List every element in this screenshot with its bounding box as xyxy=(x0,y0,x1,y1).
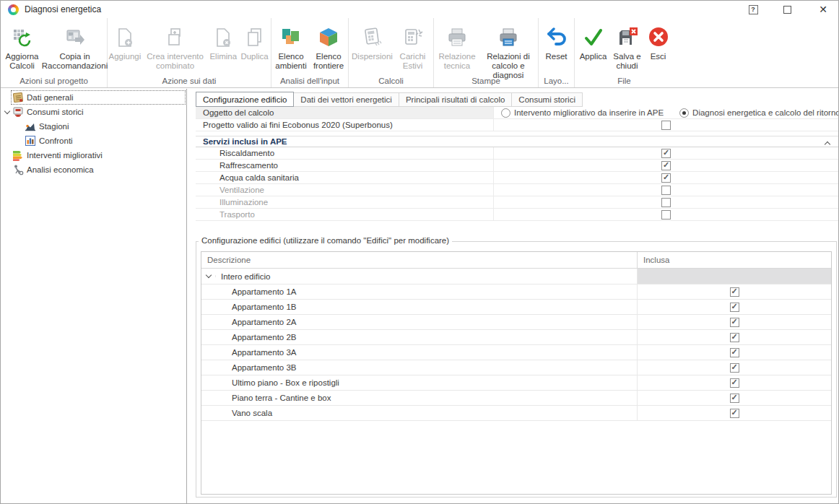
help-icon: ? xyxy=(749,5,758,14)
inclusa-checkbox[interactable] xyxy=(730,318,739,327)
sidebar-item-interventi-migliorativi[interactable]: Interventi migliorativi xyxy=(1,148,186,162)
titlebar: Diagnosi energetica ? ✕ xyxy=(1,1,838,18)
row-label: Riscaldamento xyxy=(196,147,494,159)
help-button[interactable]: ? xyxy=(746,1,760,18)
row-oggetto-del-calcolo: Oggetto del calcolo Intervento migliorat… xyxy=(196,107,838,119)
ventilazione-checkbox[interactable] xyxy=(661,186,671,195)
servizi-section-header[interactable]: Servizi inclusi in APE xyxy=(196,136,838,147)
table-row[interactable]: Appartamento 1A xyxy=(201,284,831,300)
inclusa-checkbox[interactable] xyxy=(730,287,739,297)
salva-e-chiudi-button[interactable]: Salva e chiudi xyxy=(611,22,644,71)
page-duplicate-icon xyxy=(243,23,266,52)
ribbon-group-analisi-input: Elenco ambienti Elenco frontiere Analisi… xyxy=(271,18,349,87)
column-header-inclusa[interactable]: Inclusa xyxy=(638,252,831,268)
row-label: Acqua calda sanitaria xyxy=(196,172,494,183)
inclusa-checkbox[interactable] xyxy=(730,363,739,373)
ribbon-group-label: Layo... xyxy=(539,77,574,85)
row-label: Raffrescamento xyxy=(196,160,494,171)
raffrescamento-checkbox[interactable] xyxy=(661,161,671,170)
cube-icon xyxy=(317,23,340,52)
ribbon-group-label: Calcoli xyxy=(349,77,433,85)
ecobonus-checkbox[interactable] xyxy=(661,121,671,130)
tree-expander-icon[interactable] xyxy=(2,111,12,113)
root-inclusa-cell xyxy=(638,269,831,284)
esci-button[interactable]: Esci xyxy=(644,22,673,61)
table-row[interactable]: Ultimo piano - Box e ripostigli xyxy=(201,375,831,391)
main-panel: Configurazione edificio Dati dei vettori… xyxy=(193,89,838,503)
inclusa-checkbox[interactable] xyxy=(730,333,739,342)
sidebar-item-stagioni[interactable]: Stagioni xyxy=(1,119,186,134)
close-button[interactable]: ✕ xyxy=(815,1,831,18)
table-row[interactable]: Appartamento 1B xyxy=(201,300,831,315)
ribbon-group-layout: Reset Layo... xyxy=(539,18,575,87)
refresh-grid-icon xyxy=(11,23,34,52)
illuminazione-checkbox[interactable] xyxy=(661,198,671,207)
copy-arrow-icon xyxy=(64,23,87,52)
row-label: Illuminazione xyxy=(196,196,494,208)
crea-intervento-combinato-button[interactable]: Crea intervento combinato xyxy=(142,22,209,71)
dispersioni-button[interactable]: Dispersioni xyxy=(351,22,394,61)
bar-chart-icon xyxy=(25,135,36,147)
save-close-icon xyxy=(616,23,639,52)
elenco-frontiere-button[interactable]: Elenco frontiere xyxy=(310,22,347,71)
trasporto-checkbox[interactable] xyxy=(661,210,671,220)
tab-consumi-storici[interactable]: Consumi storici xyxy=(512,92,583,107)
inclusa-checkbox[interactable] xyxy=(730,303,739,312)
radio-icon[interactable] xyxy=(501,108,510,118)
table-row[interactable]: Appartamento 2B xyxy=(201,330,831,345)
relazione-tecnica-button[interactable]: Relazione tecnica xyxy=(435,22,479,71)
page-add-icon xyxy=(113,23,136,52)
sidebar-item-confronti[interactable]: Confronti xyxy=(1,134,186,148)
calculator-sun-icon xyxy=(401,23,425,52)
table-header: Descrizione Inclusa xyxy=(201,252,831,269)
reset-button[interactable]: Reset xyxy=(540,22,573,61)
property-grid: Oggetto del calcolo Intervento migliorat… xyxy=(196,107,838,221)
relazioni-calcolo-diagnosi-button[interactable]: Relazioni di calcolo e diagnosi xyxy=(479,22,537,80)
table-row[interactable]: Vano scala xyxy=(201,406,831,421)
sidebar-item-consumi-storici[interactable]: Consumi storici xyxy=(1,105,186,119)
row-label: Progetto valido ai fini Ecobonus 2020 (S… xyxy=(196,119,494,131)
inclusa-checkbox[interactable] xyxy=(730,409,739,418)
copia-in-raccomandazioni-button[interactable]: Copia in Raccomandazioni xyxy=(43,22,107,71)
table-row-intero-edificio[interactable]: Intero edificio xyxy=(201,269,831,284)
tab-principali-risultati[interactable]: Principali risultati di calcolo xyxy=(399,92,512,107)
carichi-estivi-button[interactable]: Carichi Estivi xyxy=(394,22,432,71)
configurazione-edifici-groupbox: Configurazione edifici (utilizzare il co… xyxy=(196,241,837,498)
table-row[interactable]: Appartamento 3A xyxy=(201,345,831,360)
radio-diagnosi-energetica[interactable]: Diagnosi energetica e calcolo del ritorn… xyxy=(679,108,838,118)
row-label: Trasporto xyxy=(196,209,494,220)
tab-dati-vettori-energetici[interactable]: Dati dei vettori energetici xyxy=(294,92,399,107)
sidebar-item-analisi-economica[interactable]: Analisi economica xyxy=(1,162,186,177)
tab-configurazione-edificio[interactable]: Configurazione edificio xyxy=(196,92,294,107)
radio-icon[interactable] xyxy=(679,108,689,118)
inclusa-checkbox[interactable] xyxy=(730,378,739,388)
elimina-button[interactable]: Elimina xyxy=(208,22,238,61)
aggiungi-button[interactable]: Aggiungi xyxy=(108,22,142,61)
aggiorna-calcoli-button[interactable]: Aggiorna Calcoli xyxy=(1,22,43,71)
acqua-calda-checkbox[interactable] xyxy=(661,173,671,183)
inclusa-checkbox[interactable] xyxy=(730,348,739,357)
row-illuminazione: Illuminazione xyxy=(196,196,838,209)
row-ecobonus: Progetto valido ai fini Ecobonus 2020 (S… xyxy=(196,119,838,131)
applica-button[interactable]: Applica xyxy=(576,22,611,61)
elenco-ambienti-button[interactable]: Elenco ambienti xyxy=(272,22,310,71)
inclusa-checkbox[interactable] xyxy=(730,394,739,403)
line-chart-icon xyxy=(25,121,36,132)
sidebar-item-dati-generali[interactable]: Dati generali xyxy=(1,90,186,105)
column-header-descrizione[interactable]: Descrizione xyxy=(201,252,638,268)
riscaldamento-checkbox[interactable] xyxy=(661,149,671,158)
check-icon xyxy=(582,23,605,52)
table-row[interactable]: Piano terra - Cantine e box xyxy=(201,391,831,406)
table-row[interactable]: Appartamento 3B xyxy=(201,360,831,375)
printer-icon xyxy=(445,23,469,52)
collapse-icon[interactable] xyxy=(825,139,830,148)
ribbon-group-stampe: Relazione tecnica Relazioni di calcolo e… xyxy=(434,18,539,87)
row-ventilazione: Ventilazione xyxy=(196,184,838,196)
maximize-button[interactable] xyxy=(779,1,795,18)
ribbon-group-label: Azioni sul progetto xyxy=(1,77,107,85)
table-row[interactable]: Appartamento 2A xyxy=(201,315,831,330)
row-expander-icon[interactable] xyxy=(201,275,216,277)
radio-intervento-migliorativo[interactable]: Intervento migliorativo da inserire in A… xyxy=(501,108,664,118)
sidebar-item-label: Consumi storici xyxy=(27,108,84,116)
duplica-button[interactable]: Duplica xyxy=(238,22,271,61)
